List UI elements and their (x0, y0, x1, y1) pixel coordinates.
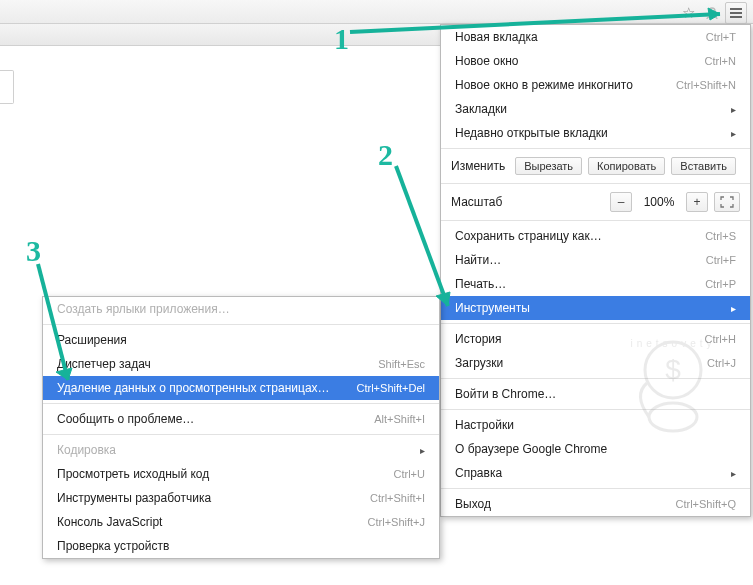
fullscreen-button[interactable] (714, 192, 740, 212)
menu-separator (441, 488, 750, 489)
menu-shortcut: Ctrl+P (705, 278, 736, 290)
tools-submenu: Создать ярлыки приложения… Расширения Ди… (42, 296, 440, 559)
menu-item-signin[interactable]: Войти в Chrome… (441, 382, 750, 406)
submenu-arrow-icon: ▸ (731, 303, 736, 314)
menu-separator (441, 409, 750, 410)
menu-label: Инструменты разработчика (57, 491, 350, 505)
bookmark-star-icon[interactable]: ☆ (677, 2, 699, 24)
sub-item-js-console[interactable]: Консоль JavaScript Ctrl+Shift+J (43, 510, 439, 534)
menu-label: Закладки (455, 102, 711, 116)
menu-label: Загрузки (455, 356, 687, 370)
submenu-arrow-icon: ▸ (420, 445, 425, 456)
menu-item-save-page[interactable]: Сохранить страницу как… Ctrl+S (441, 224, 750, 248)
menu-label: Сообщить о проблеме… (57, 412, 354, 426)
menu-shortcut: Alt+Shift+I (374, 413, 425, 425)
hamburger-menu-icon[interactable] (725, 2, 747, 24)
menu-label: Инструменты (455, 301, 711, 315)
sub-item-create-shortcuts[interactable]: Создать ярлыки приложения… (43, 297, 439, 321)
menu-shortcut: Ctrl+F (706, 254, 736, 266)
menu-item-history[interactable]: История Ctrl+H (441, 327, 750, 351)
menu-separator (441, 148, 750, 149)
menu-item-recent-tabs[interactable]: Недавно открытые вкладки ▸ (441, 121, 750, 145)
menu-shortcut: Ctrl+T (706, 31, 736, 43)
sub-item-view-source[interactable]: Просмотреть исходный код Ctrl+U (43, 462, 439, 486)
svg-point-0 (709, 8, 715, 14)
menu-label: Расширения (57, 333, 425, 347)
menu-shortcut: Ctrl+S (705, 230, 736, 242)
zoom-value: 100% (638, 195, 680, 209)
menu-shortcut: Ctrl+J (707, 357, 736, 369)
menu-label: История (455, 332, 685, 346)
address-left-fragment (0, 70, 14, 104)
menu-label: Недавно открытые вкладки (455, 126, 711, 140)
submenu-arrow-icon: ▸ (731, 128, 736, 139)
sub-item-extensions[interactable]: Расширения (43, 328, 439, 352)
menu-label: Выход (455, 497, 655, 511)
menu-item-new-window[interactable]: Новое окно Ctrl+N (441, 49, 750, 73)
menu-label: Создать ярлыки приложения… (57, 302, 425, 316)
menu-shortcut: Ctrl+Shift+Q (675, 498, 736, 510)
cut-button[interactable]: Вырезать (515, 157, 582, 175)
menu-shortcut: Ctrl+Shift+I (370, 492, 425, 504)
menu-label: Просмотреть исходный код (57, 467, 374, 481)
menu-shortcut: Ctrl+Shift+J (368, 516, 425, 528)
user-icon[interactable] (701, 2, 723, 24)
menu-item-settings[interactable]: Настройки (441, 413, 750, 437)
window-titlebar (0, 0, 753, 24)
menu-shortcut: Ctrl+Shift+N (676, 79, 736, 91)
chrome-main-menu: Новая вкладка Ctrl+T Новое окно Ctrl+N Н… (440, 24, 751, 517)
menu-label: Проверка устройств (57, 539, 425, 553)
browser-top-right: ☆ (677, 2, 747, 24)
menu-label: Диспетчер задач (57, 357, 358, 371)
paste-button[interactable]: Вставить (671, 157, 736, 175)
menu-separator (43, 434, 439, 435)
zoom-in-button[interactable]: + (686, 192, 708, 212)
menu-item-print[interactable]: Печать… Ctrl+P (441, 272, 750, 296)
menu-label: Новое окно (455, 54, 685, 68)
menu-separator (43, 324, 439, 325)
submenu-arrow-icon: ▸ (731, 468, 736, 479)
menu-label: Настройки (455, 418, 736, 432)
copy-button[interactable]: Копировать (588, 157, 665, 175)
menu-label: Найти… (455, 253, 686, 267)
menu-separator (43, 403, 439, 404)
sub-item-clear-browsing-data[interactable]: Удаление данных о просмотренных страница… (43, 376, 439, 400)
menu-item-about[interactable]: О браузере Google Chrome (441, 437, 750, 461)
menu-separator (441, 323, 750, 324)
menu-separator (441, 220, 750, 221)
menu-zoom-row: Масштаб – 100% + (441, 187, 750, 217)
menu-item-tools[interactable]: Инструменты ▸ (441, 296, 750, 320)
submenu-arrow-icon: ▸ (731, 104, 736, 115)
menu-label: Консоль JavaScript (57, 515, 348, 529)
menu-shortcut: Shift+Esc (378, 358, 425, 370)
annotation-number-2: 2 (378, 138, 393, 172)
zoom-out-button[interactable]: – (610, 192, 632, 212)
zoom-label: Масштаб (451, 195, 604, 209)
menu-label: О браузере Google Chrome (455, 442, 736, 456)
menu-label: Сохранить страницу как… (455, 229, 685, 243)
menu-item-new-tab[interactable]: Новая вкладка Ctrl+T (441, 25, 750, 49)
menu-item-help[interactable]: Справка ▸ (441, 461, 750, 485)
menu-item-exit[interactable]: Выход Ctrl+Shift+Q (441, 492, 750, 516)
menu-label: Новое окно в режиме инкогнито (455, 78, 656, 92)
sub-item-dev-tools[interactable]: Инструменты разработчика Ctrl+Shift+I (43, 486, 439, 510)
annotation-number-3: 3 (26, 234, 41, 268)
menu-shortcut: Ctrl+N (705, 55, 736, 67)
menu-label: Кодировка (57, 443, 400, 457)
menu-label: Удаление данных о просмотренных страница… (57, 381, 337, 395)
sub-item-check-devices[interactable]: Проверка устройств (43, 534, 439, 558)
sub-item-task-manager[interactable]: Диспетчер задач Shift+Esc (43, 352, 439, 376)
sub-item-report[interactable]: Сообщить о проблеме… Alt+Shift+I (43, 407, 439, 431)
menu-shortcut: Ctrl+H (705, 333, 736, 345)
menu-shortcut: Ctrl+Shift+Del (357, 382, 425, 394)
menu-item-bookmarks[interactable]: Закладки ▸ (441, 97, 750, 121)
menu-item-incognito[interactable]: Новое окно в режиме инкогнито Ctrl+Shift… (441, 73, 750, 97)
sub-item-encoding[interactable]: Кодировка ▸ (43, 438, 439, 462)
annotation-number-1: 1 (334, 22, 349, 56)
menu-item-downloads[interactable]: Загрузки Ctrl+J (441, 351, 750, 375)
menu-label: Справка (455, 466, 711, 480)
menu-item-find[interactable]: Найти… Ctrl+F (441, 248, 750, 272)
edit-label: Изменить (451, 159, 505, 173)
menu-label: Печать… (455, 277, 685, 291)
menu-label: Новая вкладка (455, 30, 686, 44)
